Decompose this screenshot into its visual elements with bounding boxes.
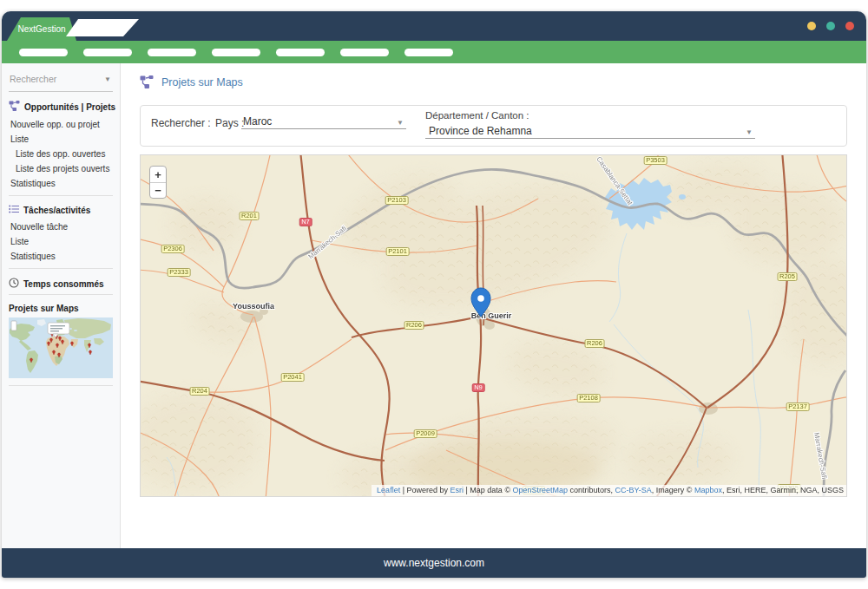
department-label: Département / Canton : [425, 110, 755, 122]
close-dot[interactable] [845, 22, 854, 30]
sidebar-item[interactable]: Liste des opp. ouvertes [9, 147, 113, 161]
page-title: Projets sur Maps [140, 75, 243, 88]
content-area: Rechercher ▼ Opportunités | ProjetsNouve… [2, 63, 866, 548]
sidebar-item[interactable]: Statistiques [9, 249, 113, 264]
brand-label: NextGestion [17, 24, 65, 34]
map-attribution: Leaflet | Powered by Esri | Map data © O… [372, 485, 846, 496]
attribution-link[interactable]: Mapbox [694, 486, 722, 494]
road-badge: P2041 [281, 373, 305, 382]
sitemap-icon [9, 101, 20, 113]
department-select-value: Province de Rehamna [429, 125, 532, 137]
road-badge: R201 [240, 212, 260, 220]
nav-pill[interactable] [340, 49, 389, 56]
department-field: Département / Canton : Province de Reham… [425, 110, 755, 139]
road-badge: R205 [778, 272, 798, 281]
sidebar-item[interactable]: Nouvelle opp. ou projet [9, 117, 113, 132]
map-canvas: YoussoufiaBen GuerirMarrakech-SafiCasabl… [141, 155, 847, 497]
road-badge: P2137 [786, 402, 810, 411]
footer-bar: www.nextgestion.com [2, 548, 866, 578]
sidebar-group-2-header[interactable]: Temps consommés [9, 278, 113, 290]
attribution-link[interactable]: Leaflet [377, 486, 400, 494]
attribution-text: contributors, [568, 486, 615, 494]
attribution-text: , Imagery © [652, 486, 694, 494]
filter-search-label: Rechercher : [151, 117, 211, 129]
country-select[interactable]: Maroc ▼ [241, 114, 406, 129]
main-nav-bar [2, 41, 866, 63]
road-badge: P3503 [644, 156, 667, 165]
attribution-link[interactable]: OpenStreetMap [513, 486, 569, 494]
sidebar-search-placeholder: Rechercher [10, 74, 56, 84]
sidebar-group-title: Projets sur Maps [9, 304, 79, 313]
sitemap-icon [140, 75, 154, 88]
road-badge: P2009 [414, 429, 437, 438]
sidebar-search-select[interactable]: Rechercher ▼ [9, 71, 113, 92]
nav-pill[interactable] [19, 49, 68, 56]
inactive-tab[interactable] [66, 19, 139, 36]
leaflet-map[interactable]: YoussoufiaBen GuerirMarrakech-SafiCasabl… [140, 154, 847, 497]
road-badge: R206 [404, 321, 424, 330]
attribution-text: | Powered by [400, 486, 450, 494]
sidebar-item[interactable]: Liste des projets ouverts [9, 161, 113, 176]
window-controls [807, 22, 854, 30]
sidebar-item[interactable]: Liste [9, 234, 113, 249]
clock-icon [9, 278, 19, 290]
road-badge: P2333 [168, 268, 191, 277]
sidebar-group-title: Opportunités | Projets [24, 102, 115, 112]
country-select-value: Maroc [243, 115, 272, 128]
road-badge: R204 [190, 387, 210, 396]
minimize-dot[interactable] [807, 22, 816, 30]
nav-pill[interactable] [212, 49, 260, 56]
map-zoom-control: + − [149, 166, 167, 199]
maximize-dot[interactable] [826, 22, 835, 30]
attribution-text: | Map data © [464, 486, 513, 494]
page-title-label: Projets sur Maps [161, 76, 243, 88]
app-window: NextGestion Rechercher ▼ Opportunités | … [2, 11, 866, 578]
zoom-out-button[interactable]: − [150, 182, 166, 198]
road-badge: N9 [472, 383, 485, 392]
footer-url: www.nextgestion.com [384, 557, 484, 569]
road-badge: P2103 [385, 196, 409, 205]
sidebar-item[interactable]: Statistiques [9, 176, 113, 191]
zoom-in-button[interactable]: + [150, 167, 166, 182]
tasks-icon [9, 205, 19, 215]
world-map-thumbnail[interactable] [9, 317, 113, 380]
department-select[interactable]: Province de Rehamna ▼ [425, 124, 755, 139]
browser-title-bar: NextGestion [2, 11, 866, 41]
road-badge: R206 [585, 339, 605, 348]
sidebar-group-3-header[interactable]: Projets sur Maps [9, 304, 113, 313]
nav-pill[interactable] [404, 49, 453, 56]
nav-pill[interactable] [148, 49, 196, 56]
chevron-down-icon: ▼ [746, 128, 753, 136]
chevron-down-icon: ▼ [104, 75, 111, 83]
attribution-link[interactable]: Esri [450, 486, 464, 494]
chevron-down-icon: ▼ [397, 119, 404, 127]
sidebar: Rechercher ▼ Opportunités | ProjetsNouve… [2, 63, 121, 548]
sidebar-item[interactable]: Nouvelle tâche [9, 219, 113, 234]
sidebar-group-0-header[interactable]: Opportunités | Projets [9, 101, 113, 113]
road-badge: P2108 [577, 394, 601, 402]
sidebar-group-title: Temps consommés [23, 279, 104, 289]
road-badge: P2101 [386, 247, 410, 256]
road-badge: N7 [299, 218, 312, 226]
sidebar-group-title: Tâches/activités [23, 206, 90, 215]
brand-tab[interactable]: NextGestion [7, 17, 76, 41]
filter-card: Rechercher : Pays : Maroc ▼ Département … [140, 105, 847, 147]
city-label: Ben Guerir [471, 311, 512, 320]
attribution-link[interactable]: CC-BY-SA [615, 486, 652, 494]
filter-country-label: Pays : [215, 117, 244, 129]
sidebar-group-1-header[interactable]: Tâches/activités [9, 205, 113, 215]
road-badge: P2306 [161, 245, 185, 253]
sidebar-item[interactable]: Liste [9, 132, 113, 147]
nav-pill[interactable] [276, 49, 325, 56]
attribution-text: , Esri, HERE, Garmin, NGA, USGS [722, 486, 844, 494]
main-panel: Projets sur Maps Rechercher : Pays : Mar… [121, 63, 866, 548]
city-label: Youssoufia [233, 302, 275, 311]
nav-pill[interactable] [83, 49, 132, 56]
